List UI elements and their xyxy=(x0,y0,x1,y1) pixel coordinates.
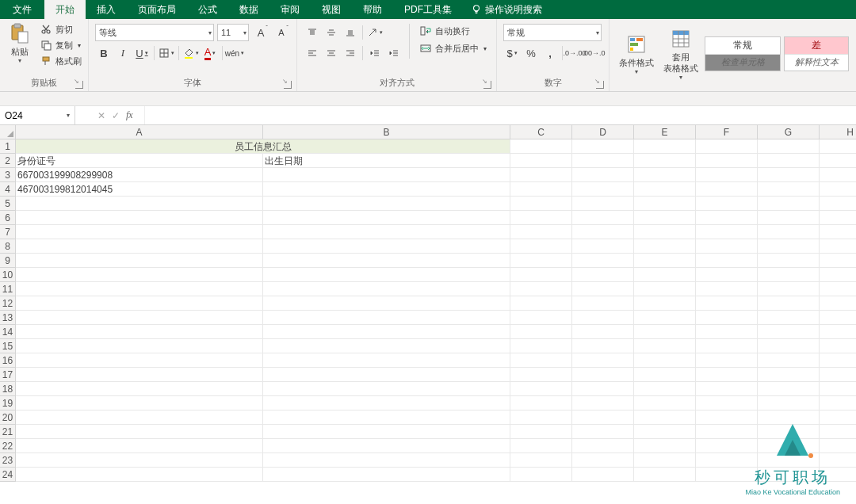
cell[interactable] xyxy=(572,254,634,268)
cell[interactable] xyxy=(16,325,263,339)
cell[interactable] xyxy=(572,368,634,382)
cell[interactable]: 467003199812014045 xyxy=(16,182,263,197)
cut-button[interactable]: 剪切 xyxy=(36,22,85,36)
tab-formulas[interactable]: 公式 xyxy=(187,0,228,19)
tab-layout[interactable]: 页面布局 xyxy=(127,0,187,19)
cell[interactable] xyxy=(572,396,634,410)
cell[interactable] xyxy=(263,339,510,353)
cell[interactable] xyxy=(572,239,634,254)
column-header[interactable]: E xyxy=(634,125,696,139)
cell[interactable] xyxy=(634,182,696,197)
italic-button[interactable]: I xyxy=(114,44,132,62)
wrap-text-button[interactable]: 自动换行 xyxy=(416,24,490,38)
cell[interactable] xyxy=(696,311,758,325)
cell[interactable] xyxy=(572,453,634,468)
row-header[interactable]: 12 xyxy=(0,296,16,311)
cell[interactable] xyxy=(820,254,856,268)
tell-me[interactable]: 操作说明搜索 xyxy=(463,0,550,19)
cell[interactable] xyxy=(572,197,634,211)
cell[interactable] xyxy=(510,139,572,154)
row-header[interactable]: 2 xyxy=(0,154,16,168)
cell[interactable] xyxy=(820,168,856,182)
cell[interactable] xyxy=(572,382,634,396)
align-bottom-button[interactable] xyxy=(342,24,359,41)
cell[interactable] xyxy=(820,154,856,168)
cell[interactable] xyxy=(263,382,510,396)
row-header[interactable]: 10 xyxy=(0,268,16,282)
cell[interactable] xyxy=(263,425,510,439)
cell[interactable] xyxy=(758,311,820,325)
cell[interactable] xyxy=(758,339,820,353)
row-header[interactable]: 24 xyxy=(0,468,16,482)
cell[interactable] xyxy=(634,368,696,382)
cell-style-normal[interactable]: 常规 检查单元格 xyxy=(705,36,781,71)
cell[interactable] xyxy=(758,139,820,154)
cell[interactable] xyxy=(572,468,634,482)
cell[interactable] xyxy=(16,368,263,382)
cell[interactable] xyxy=(16,211,263,225)
cell[interactable] xyxy=(634,353,696,368)
cell[interactable] xyxy=(263,325,510,339)
font-color-button[interactable]: A▾ xyxy=(201,44,219,62)
name-box[interactable] xyxy=(0,106,62,124)
cell[interactable] xyxy=(758,239,820,254)
cell[interactable] xyxy=(263,182,510,197)
cell[interactable] xyxy=(263,282,510,296)
decrease-indent-button[interactable] xyxy=(366,44,384,62)
cell[interactable] xyxy=(263,396,510,410)
cell[interactable] xyxy=(510,396,572,410)
cell[interactable] xyxy=(263,439,510,453)
tab-insert[interactable]: 插入 xyxy=(86,0,127,19)
cell[interactable] xyxy=(820,382,856,396)
column-header[interactable]: H xyxy=(820,125,856,139)
cell[interactable] xyxy=(16,425,263,439)
cell[interactable] xyxy=(820,368,856,382)
tab-home[interactable]: 开始 xyxy=(44,0,86,19)
cell[interactable] xyxy=(572,410,634,425)
cell[interactable] xyxy=(510,282,572,296)
row-header[interactable]: 11 xyxy=(0,282,16,296)
align-middle-button[interactable] xyxy=(323,24,340,41)
tab-help[interactable]: 帮助 xyxy=(352,0,393,19)
dialog-launcher-icon[interactable] xyxy=(75,81,83,89)
cell[interactable] xyxy=(696,239,758,254)
cell[interactable] xyxy=(263,368,510,382)
row-header[interactable]: 7 xyxy=(0,225,16,239)
comma-button[interactable]: , xyxy=(541,44,559,62)
cell[interactable] xyxy=(634,154,696,168)
cell[interactable] xyxy=(758,325,820,339)
cell[interactable] xyxy=(634,168,696,182)
underline-button[interactable]: U▾ xyxy=(133,44,151,62)
row-header[interactable]: 18 xyxy=(0,382,16,396)
tab-pdf[interactable]: PDF工具集 xyxy=(393,0,463,19)
cell[interactable] xyxy=(820,182,856,197)
cell[interactable] xyxy=(820,353,856,368)
cell[interactable] xyxy=(820,339,856,353)
paste-button[interactable]: 粘贴 ▾ xyxy=(3,21,36,66)
cell[interactable] xyxy=(696,296,758,311)
percent-button[interactable]: % xyxy=(522,44,540,62)
cell[interactable] xyxy=(634,468,696,482)
row-header[interactable]: 13 xyxy=(0,311,16,325)
cell[interactable] xyxy=(572,425,634,439)
cell[interactable] xyxy=(758,296,820,311)
cell[interactable] xyxy=(510,182,572,197)
cell[interactable] xyxy=(820,239,856,254)
cell[interactable] xyxy=(758,254,820,268)
cell[interactable] xyxy=(634,453,696,468)
cell[interactable] xyxy=(510,353,572,368)
cell[interactable] xyxy=(510,211,572,225)
cell[interactable] xyxy=(634,197,696,211)
row-header[interactable]: 5 xyxy=(0,197,16,211)
cell[interactable] xyxy=(758,154,820,168)
cell[interactable] xyxy=(263,268,510,282)
cell[interactable] xyxy=(16,396,263,410)
chevron-down-icon[interactable]: ▾ xyxy=(62,112,75,119)
cell[interactable] xyxy=(758,168,820,182)
cell[interactable] xyxy=(634,339,696,353)
cell[interactable] xyxy=(572,439,634,453)
tab-view[interactable]: 视图 xyxy=(311,0,352,19)
cell[interactable] xyxy=(510,168,572,182)
cell[interactable] xyxy=(572,168,634,182)
column-header[interactable]: D xyxy=(572,125,634,139)
